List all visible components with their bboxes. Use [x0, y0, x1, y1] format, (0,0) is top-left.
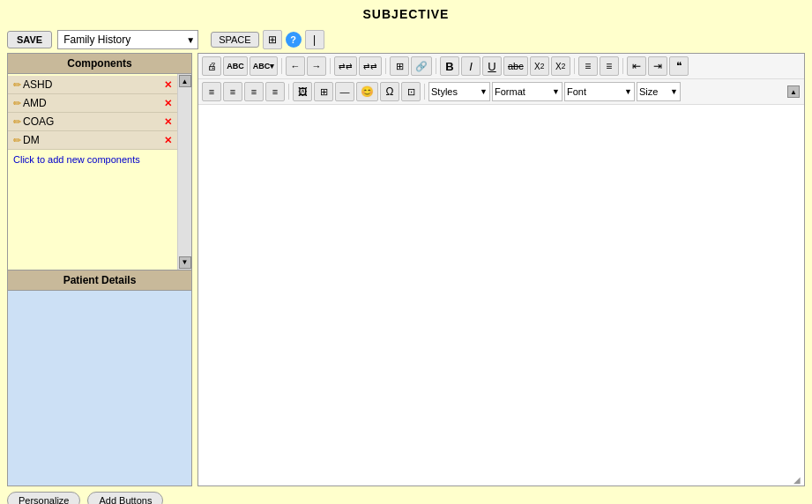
component-name: COAG	[23, 115, 164, 128]
save-button[interactable]: SAVE	[7, 31, 52, 48]
iframe-button[interactable]: ⊡	[401, 82, 421, 101]
secondary-controls: SPACE ⊞ ? |	[211, 30, 324, 49]
table-button[interactable]: ⊞	[314, 82, 333, 101]
find-replace-button[interactable]: ⇄⇄	[334, 56, 357, 76]
image-button[interactable]: 🖼	[293, 82, 312, 101]
bottom-bar: Personalize Add Buttons	[0, 486, 812, 504]
layout-icon: ⊞	[268, 33, 277, 46]
find-replace2-button[interactable]: ⇄⇄	[359, 56, 382, 76]
format-select[interactable]: Format	[492, 82, 562, 101]
list-item: ✏ DM ✕	[8, 131, 177, 150]
format-select-wrapper: Format ▼	[492, 82, 562, 101]
component-name: AMD	[23, 97, 164, 109]
main-layout: Components ✏ ASHD ✕ ✏ AMD ✕ ✏ COA	[0, 53, 812, 486]
separator	[330, 58, 331, 74]
size-select-wrapper: Size ▼	[637, 82, 681, 101]
align-left-button[interactable]: ≡	[202, 82, 221, 101]
close-icon[interactable]: ✕	[164, 79, 172, 91]
separator	[436, 58, 436, 74]
help-button[interactable]: ?	[286, 32, 302, 48]
indent-button[interactable]: ⇥	[648, 56, 667, 76]
styles-select-wrapper: Styles ▼	[428, 82, 490, 101]
separator	[385, 58, 386, 74]
patient-details-header: Patient Details	[8, 270, 191, 291]
bold-button[interactable]: B	[440, 56, 459, 76]
add-components-link[interactable]: Click to add new components	[8, 150, 177, 169]
separator	[622, 58, 623, 74]
font-select[interactable]: Font	[564, 82, 635, 101]
list-item: ✏ COAG ✕	[8, 113, 177, 131]
edit-icon: ✏	[13, 135, 21, 146]
patient-details-body	[8, 291, 191, 486]
pipe-icon: |	[313, 33, 316, 46]
editor-scroll-up-button[interactable]: ▲	[787, 85, 800, 98]
smiley-button[interactable]: 😊	[356, 82, 378, 101]
left-scrollbar: ▲ ▼	[177, 74, 191, 270]
components-list: ✏ ASHD ✕ ✏ AMD ✕ ✏ COAG ✕	[8, 74, 177, 270]
scroll-up-button[interactable]: ▲	[179, 75, 191, 87]
separator	[424, 84, 425, 100]
separator	[288, 84, 289, 100]
spell-check-options-button[interactable]: ABC▾	[250, 56, 278, 76]
special-char-button[interactable]: Ω	[380, 82, 399, 101]
component-name: DM	[23, 134, 164, 146]
edit-icon: ✏	[13, 98, 21, 109]
spell-check-button[interactable]: ABC	[223, 56, 248, 76]
italic-button[interactable]: I	[461, 56, 480, 76]
superscript-button[interactable]: X2	[551, 56, 570, 76]
outdent-button[interactable]: ⇤	[627, 56, 646, 76]
close-icon[interactable]: ✕	[164, 135, 172, 146]
styles-select[interactable]: Styles	[428, 82, 490, 101]
ordered-list-button[interactable]: ≡	[578, 56, 598, 76]
hr-button[interactable]: —	[335, 82, 354, 101]
list-item: ✏ AMD ✕	[8, 94, 177, 113]
font-select-wrapper: Font ▼	[564, 82, 635, 101]
source-button[interactable]: ⊞	[390, 56, 409, 76]
components-header: Components	[8, 54, 191, 74]
edit-icon: ✏	[13, 116, 21, 128]
add-buttons-button[interactable]: Add Buttons	[87, 492, 163, 504]
close-icon[interactable]: ✕	[164, 98, 172, 109]
unordered-list-button[interactable]: ≡	[600, 56, 619, 76]
align-justify-button[interactable]: ≡	[265, 82, 285, 101]
strikethrough-button[interactable]: abc	[503, 56, 528, 76]
close-icon[interactable]: ✕	[164, 116, 172, 128]
resize-handle[interactable]: ◢	[793, 475, 804, 485]
editor-panel: 🖨 ABC ABC▾ ← → ⇄⇄ ⇄⇄ ⊞ 🔗 B I U abc X2 X2…	[197, 53, 805, 486]
redo-button[interactable]: →	[307, 56, 326, 76]
section-dropdown-wrapper: Family History Social History Review of …	[57, 30, 198, 49]
edit-icon: ✏	[13, 79, 21, 91]
link-button[interactable]: 🔗	[411, 56, 432, 76]
left-panel: Components ✏ ASHD ✕ ✏ AMD ✕ ✏ COA	[7, 53, 192, 486]
align-center-button[interactable]: ≡	[223, 82, 242, 101]
size-select[interactable]: Size	[637, 82, 681, 101]
personalize-button[interactable]: Personalize	[7, 492, 80, 504]
pipe-button[interactable]: |	[305, 30, 324, 49]
toolbar-row-1: 🖨 ABC ABC▾ ← → ⇄⇄ ⇄⇄ ⊞ 🔗 B I U abc X2 X2…	[198, 54, 804, 79]
section-dropdown[interactable]: Family History Social History Review of …	[57, 30, 198, 49]
component-name: ASHD	[23, 78, 164, 91]
align-right-button[interactable]: ≡	[244, 82, 264, 101]
top-controls-bar: SAVE Family History Social History Revie…	[0, 26, 812, 53]
toolbar-row-2: ≡ ≡ ≡ ≡ 🖼 ⊞ — 😊 Ω ⊡ Styles ▼ Format	[198, 79, 804, 105]
list-item: ✏ ASHD ✕	[8, 76, 177, 94]
scroll-down-button[interactable]: ▼	[179, 256, 191, 269]
editor-area[interactable]: ◢	[198, 105, 804, 485]
subscript-button[interactable]: X2	[530, 56, 549, 76]
page-title: SUBJECTIVE	[0, 0, 812, 26]
layout-icon-button[interactable]: ⊞	[263, 30, 282, 49]
undo-button[interactable]: ←	[286, 56, 305, 76]
separator	[281, 58, 282, 74]
separator	[574, 58, 575, 74]
underline-button[interactable]: U	[482, 56, 502, 76]
space-button[interactable]: SPACE	[211, 32, 258, 48]
blockquote-button[interactable]: ❝	[669, 56, 689, 76]
print-button[interactable]: 🖨	[202, 56, 221, 76]
